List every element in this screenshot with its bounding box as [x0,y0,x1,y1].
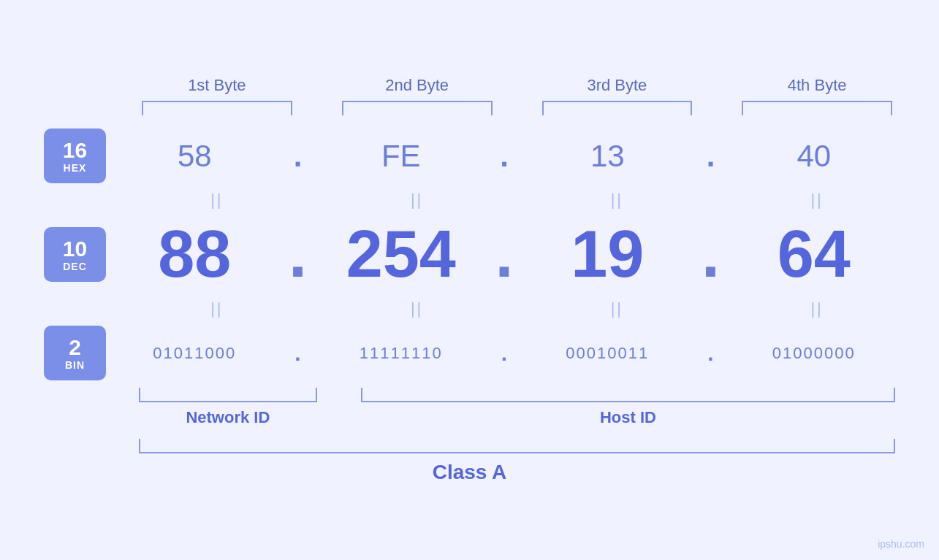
equals2-b3: || [539,299,696,318]
equals-row-1: || || || || [44,191,895,210]
byte3-top-bracket [542,101,693,115]
byte-headers: 1st Byte 2nd Byte 3rd Byte 4th Byte [44,76,895,95]
equals1-b3: || [539,191,696,210]
network-id-label: Network ID [186,408,270,427]
byte3-header: 3rd Byte [587,76,647,95]
hex-dot3: . [689,139,733,174]
bin-byte3: 00010011 [526,344,689,363]
bin-row: 2 BIN 01011000 . 11111110 . 00010011 . 0… [44,326,895,380]
byte4-top-bracket [742,101,892,115]
hex-byte1: 58 [113,139,276,174]
dec-byte2: 254 [320,217,483,292]
hex-byte3: 13 [526,139,689,174]
bin-base-label: BIN [65,359,85,371]
network-id-bracket [139,388,317,402]
dec-dot3: . [689,217,733,292]
host-id-section: Host ID [361,388,895,427]
dec-badge: 10 DEC [44,227,106,282]
top-brackets [44,101,895,115]
byte2-header: 2nd Byte [385,76,449,95]
bin-dot2: . [482,341,526,366]
equals1-b1: || [139,191,295,210]
equals2-b2: || [339,299,495,318]
hex-base-label: HEX [64,162,87,174]
equals-row-2: || || || || [44,299,895,318]
class-bracket [139,439,895,453]
bin-byte1: 01011000 [113,344,276,363]
dec-base-num: 10 [63,237,87,261]
byte1-header: 1st Byte [188,76,246,95]
equals1-b2: || [339,191,495,210]
bin-byte4: 01000000 [733,344,896,363]
dec-byte1: 88 [113,217,276,292]
bin-dot3: . [689,341,733,366]
dec-base-label: DEC [63,261,87,272]
byte4-header: 4th Byte [788,76,847,95]
host-id-label: Host ID [600,408,656,427]
hex-dot1: . [276,139,320,174]
equals2-b4: || [739,299,895,318]
bin-byte2: 11111110 [320,344,483,363]
dec-dot1: . [276,217,320,292]
equals2-b1: || [139,299,295,318]
hex-byte2: FE [320,139,483,174]
dec-row: 10 DEC 88 . 254 . 19 . 64 [44,217,895,292]
watermark: ipshu.com [878,538,924,550]
byte2-top-bracket [342,101,493,115]
class-section: Class A [44,439,895,484]
hex-base-num: 16 [63,138,87,162]
network-id-section: Network ID [139,388,317,427]
host-id-bracket [361,388,895,402]
equals1-b4: || [739,191,895,210]
bin-dot1: . [276,341,320,366]
hex-row: 16 HEX 58 . FE . 13 . 40 [44,129,895,183]
dec-dot2: . [482,217,526,292]
dec-byte3: 19 [526,217,689,292]
class-label: Class A [433,461,507,484]
bottom-brackets-section: Network ID Host ID [44,388,895,427]
bin-badge: 2 BIN [44,326,106,380]
hex-byte4: 40 [733,139,896,174]
hex-dot2: . [482,139,526,174]
bin-base-num: 2 [69,335,81,359]
hex-badge: 16 HEX [44,129,106,183]
byte1-top-bracket [142,101,292,115]
dec-byte4: 64 [733,217,896,292]
